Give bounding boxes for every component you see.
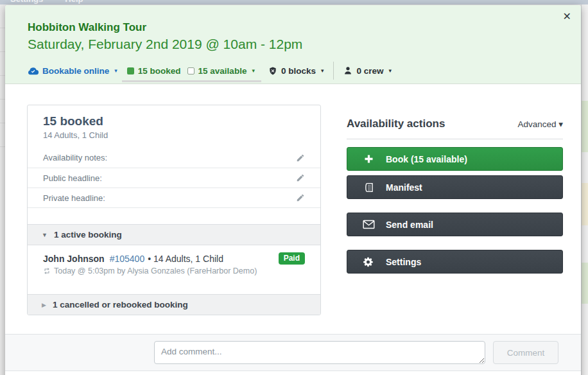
availability-notes-row[interactable]: Availability notes:	[28, 148, 320, 168]
book-button[interactable]: Book (15 available)	[347, 147, 563, 171]
rebooked-icon	[43, 267, 51, 275]
private-headline-row[interactable]: Private headline:	[28, 188, 320, 207]
send-email-button-label: Send email	[386, 220, 433, 230]
blocks-dropdown[interactable]: 0 blocks ▾	[268, 66, 324, 76]
close-icon[interactable]: ✕	[563, 12, 571, 22]
booked-count-label: 15 booked	[138, 66, 181, 76]
active-bookings-label: 1 active booking	[54, 230, 122, 240]
chevron-down-icon: ▾	[252, 67, 255, 74]
pencil-icon[interactable]	[296, 193, 305, 202]
comment-submit-button[interactable]: Comment	[493, 341, 558, 364]
capacity-progress-bar	[122, 80, 261, 82]
booking-id-link[interactable]: #105400	[110, 254, 145, 264]
manifest-button-label: Manifest	[386, 182, 422, 193]
triangle-down-icon: ▼	[42, 232, 48, 238]
settings-button[interactable]: Settings	[347, 250, 563, 274]
manifest-icon	[363, 182, 374, 193]
send-email-button[interactable]: Send email	[347, 213, 563, 236]
book-button-label: Book (15 available)	[386, 154, 467, 164]
booking-contact-name: John Johnson	[43, 254, 105, 264]
available-square-icon	[187, 67, 195, 74]
background-nav-settings: Settings	[10, 0, 43, 4]
background-page-right-edge	[581, 4, 588, 375]
private-headline-label: Private headline:	[43, 193, 105, 203]
advanced-dropdown[interactable]: Advanced ▾	[517, 119, 563, 129]
empty-row	[28, 207, 320, 224]
booking-meta: Today @ 5:03pm by Alysia Gonzales (FareH…	[54, 266, 257, 275]
chevron-down-icon: ▾	[114, 67, 117, 74]
cloud-check-icon	[28, 65, 39, 76]
booking-detail: • 14 Adults, 1 Child	[148, 254, 223, 264]
toolbar-divider	[333, 62, 334, 80]
available-count-label: 15 available	[198, 66, 247, 76]
bookable-online-label: Bookable online	[42, 66, 109, 76]
plus-icon	[363, 153, 374, 164]
gear-icon	[363, 256, 374, 268]
pencil-icon[interactable]	[296, 173, 305, 182]
availability-modal: ✕ Hobbiton Walking Tour Saturday, Februa…	[5, 5, 581, 375]
booking-row: John Johnson #105400 • 14 Adults, 1 Chil…	[28, 245, 320, 294]
modal-header: ✕ Hobbiton Walking Tour Saturday, Februa…	[5, 5, 581, 84]
pencil-icon[interactable]	[296, 153, 305, 162]
availability-actions-panel: Availability actions Advanced ▾ Book (15…	[347, 105, 563, 315]
cancelled-bookings-label: 1 cancelled or rebooked booking	[53, 300, 188, 310]
add-comment-input[interactable]	[154, 341, 485, 364]
public-headline-label: Public headline:	[43, 173, 102, 183]
bookable-online-dropdown[interactable]: Bookable online ▾	[28, 65, 117, 76]
booked-square-icon	[127, 67, 134, 74]
availability-toolbar: Bookable online ▾ 15 booked 15 available…	[28, 62, 558, 80]
email-icon	[363, 220, 375, 229]
availability-summary-card: 15 booked 14 Adults, 1 Child Availabilit…	[27, 105, 321, 315]
triangle-right-icon: ▶	[42, 302, 46, 308]
active-bookings-section-header[interactable]: ▼ 1 active booking	[28, 224, 320, 245]
shield-x-icon	[268, 66, 277, 76]
crew-count-label: 0 crew	[356, 66, 383, 76]
availability-datetime: Saturday, February 2nd 2019 @ 10am - 12p…	[28, 37, 558, 52]
background-nav-help: Help	[65, 0, 83, 4]
actions-divider	[347, 139, 563, 139]
manifest-button[interactable]: Manifest	[347, 175, 563, 199]
modal-main: 15 booked 14 Adults, 1 Child Availabilit…	[5, 84, 581, 315]
paid-status-badge: Paid	[279, 252, 305, 265]
actions-heading: Availability actions	[347, 118, 445, 130]
chevron-down-icon: ▾	[321, 67, 324, 74]
availability-notes-label: Availability notes:	[43, 153, 107, 162]
blocks-count-label: 0 blocks	[281, 66, 316, 76]
cancelled-bookings-section-header[interactable]: ▶ 1 cancelled or rebooked booking	[28, 294, 320, 315]
person-icon	[343, 66, 352, 75]
booked-detail: 14 Adults, 1 Child	[43, 130, 305, 140]
tour-title: Hobbiton Walking Tour	[28, 21, 558, 34]
crew-dropdown[interactable]: 0 crew ▾	[343, 66, 392, 76]
capacity-dropdown[interactable]: 15 booked 15 available ▾	[127, 66, 259, 76]
chevron-down-icon: ▾	[389, 67, 392, 74]
comment-bar: Comment	[5, 334, 581, 371]
card-summary-section: 15 booked 14 Adults, 1 Child	[28, 105, 320, 148]
booked-heading: 15 booked	[43, 114, 305, 128]
settings-button-label: Settings	[386, 257, 421, 267]
public-headline-row[interactable]: Public headline:	[28, 168, 320, 188]
background-top-navbar: Settings Help	[0, 0, 588, 4]
